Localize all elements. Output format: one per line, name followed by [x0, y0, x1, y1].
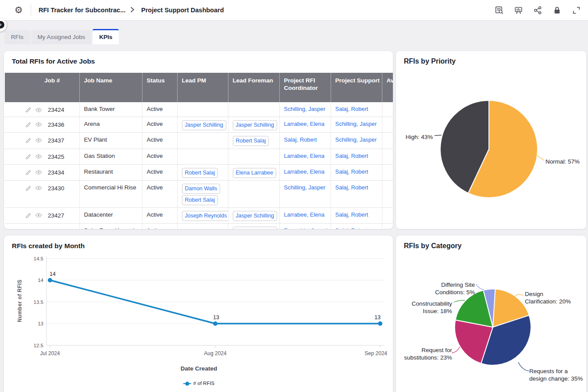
edit-icon[interactable]: [25, 107, 32, 113]
settings-gear-icon[interactable]: ⚙: [14, 5, 23, 15]
pie-label-differing-site: Differing Site Conditions: 5%: [424, 281, 475, 296]
extra-cell: [382, 117, 393, 132]
tab-kpis[interactable]: KPIs: [93, 29, 119, 44]
lock-icon[interactable]: [552, 6, 562, 15]
view-icon[interactable]: [35, 169, 42, 175]
job-name: EV Plant: [79, 132, 142, 149]
tab-bar: RFIs My Assigned Jobs KPIs: [4, 29, 120, 44]
person-chip[interactable]: Joseph Reynolds: [182, 211, 228, 221]
job-status: Active: [142, 164, 177, 180]
presentation-icon[interactable]: [514, 6, 523, 15]
person-link[interactable]: Schilling, Jasper: [284, 184, 326, 191]
support-cell: Salaj, Robert: [331, 102, 382, 117]
view-icon[interactable]: [35, 228, 42, 229]
job-number: 23430: [42, 185, 75, 192]
edit-icon[interactable]: [25, 185, 32, 192]
pie-label-design-clarification: Design Clarification: 20%: [525, 290, 577, 305]
share-icon[interactable]: [533, 6, 542, 15]
lead-pm-cell: [177, 149, 228, 164]
view-icon[interactable]: [35, 185, 42, 191]
table-row: 23434RestaurantActiveRobert SalajElena L…: [5, 164, 393, 180]
support-cell: Salaj, Robert: [331, 223, 382, 229]
person-chip[interactable]: Jasper Schilling: [182, 120, 227, 130]
support-cell: Salaj, Robert: [331, 149, 382, 164]
breadcrumb-app[interactable]: RFI Tracker for Subcontrac...: [39, 7, 125, 14]
person-link[interactable]: Larrabee, Elena: [284, 168, 325, 175]
coordinator-cell: Larrabee, Elena: [279, 117, 331, 132]
report-search-icon[interactable]: [495, 6, 504, 15]
person-link[interactable]: Salaj, Robert: [335, 184, 368, 191]
edit-icon[interactable]: [25, 121, 32, 128]
person-link[interactable]: Schilling, Jasper: [335, 121, 377, 127]
person-chip[interactable]: Jasper Schilling: [233, 211, 278, 221]
edit-icon[interactable]: [25, 137, 32, 144]
person-link[interactable]: Larrabee, Elena: [284, 121, 325, 127]
extra-cell: [382, 164, 393, 180]
edit-icon[interactable]: [25, 153, 32, 160]
person-link[interactable]: Larrabee, Elena: [284, 211, 325, 218]
divider: [31, 4, 31, 16]
column-header[interactable]: Job #: [5, 73, 79, 102]
coordinator-cell: Schilling, Jasper: [279, 180, 331, 207]
svg-text:13: 13: [374, 314, 381, 321]
lead-foreman-cell: [228, 180, 279, 207]
person-link[interactable]: Salaj, Robert: [335, 168, 368, 175]
view-icon[interactable]: [35, 107, 42, 113]
column-header[interactable]: Lead PM: [177, 73, 228, 102]
job-status: Active: [142, 132, 177, 149]
support-cell: Salaj, Robert: [331, 180, 382, 207]
job-number: 23437: [42, 137, 75, 144]
view-icon[interactable]: [35, 137, 42, 143]
support-cell: Schilling, Jasper: [331, 132, 382, 149]
y-axis-label: Number of RFIS: [17, 266, 23, 336]
legend-marker-icon: [183, 381, 191, 386]
person-chip[interactable]: Jasper Schilling: [233, 120, 278, 130]
lead-pm-cell: [177, 132, 228, 149]
coordinator-cell: Larrabee, Elena: [279, 207, 331, 223]
rfis-line-chart: 12.51313.51414.5Jul 2024Aug 2024Sep 2024…: [4, 235, 393, 363]
column-header[interactable]: Status: [142, 73, 177, 102]
person-link[interactable]: Salaj, Robert: [284, 136, 317, 143]
person-chip[interactable]: Robert Salaj: [182, 168, 218, 178]
tab-rfis[interactable]: RFIs: [4, 30, 30, 44]
view-icon[interactable]: [35, 153, 42, 160]
expand-icon[interactable]: [572, 6, 581, 15]
svg-text:12.5: 12.5: [34, 343, 43, 348]
person-link[interactable]: Schilling, Jasper: [284, 106, 326, 112]
person-link[interactable]: Salaj, Robert: [335, 227, 368, 229]
person-link[interactable]: Larrabee, Elena: [284, 153, 325, 159]
tab-my-assigned-jobs[interactable]: My Assigned Jobs: [31, 30, 92, 44]
column-header[interactable]: Project RFI Coordinator: [279, 73, 331, 102]
chart-legend: # of RFIS: [4, 381, 393, 386]
pie-label-substitutions: Request for substitutions: 23%: [399, 346, 452, 361]
view-icon[interactable]: [35, 212, 42, 218]
person-link[interactable]: Salaj, Robert: [335, 211, 368, 218]
extra-cell: [382, 207, 393, 223]
column-header[interactable]: Av: [382, 73, 393, 102]
column-header[interactable]: Lead Foreman: [228, 73, 279, 102]
jobs-table-wrap: Job #Job NameStatusLead PMLead ForemanPr…: [5, 73, 393, 229]
person-link[interactable]: Salaj, Robert: [335, 153, 368, 159]
column-header[interactable]: Project Support: [331, 73, 382, 102]
edit-icon[interactable]: [25, 228, 32, 229]
column-header[interactable]: Job Name: [79, 73, 142, 102]
person-chip[interactable]: Robert Salaj: [182, 195, 218, 205]
lead-foreman-cell: Jasper Schilling: [228, 117, 279, 132]
job-name: Restaurant: [79, 164, 142, 180]
person-chip[interactable]: Elena Larrabee: [233, 168, 276, 178]
person-link[interactable]: Salaj, Robert: [335, 106, 368, 112]
edit-icon[interactable]: [25, 212, 32, 219]
person-chip[interactable]: Jasper Schilling: [233, 227, 278, 229]
job-number: 23429: [42, 228, 75, 229]
edit-icon[interactable]: [25, 169, 32, 176]
view-icon[interactable]: [35, 121, 42, 128]
coordinator-cell: Reynolds, Joseph: [279, 223, 331, 229]
person-link[interactable]: Schilling, Jasper: [335, 136, 377, 143]
person-link[interactable]: Reynolds, Joseph: [284, 227, 329, 229]
coordinator-cell: Larrabee, Elena: [279, 149, 331, 164]
support-cell: Salaj, Robert: [331, 164, 382, 180]
pie-leader-line: [452, 347, 460, 353]
pie-leader-line: [537, 156, 544, 160]
person-chip[interactable]: Damon Walls: [182, 184, 221, 194]
person-chip[interactable]: Robert Salaj: [233, 136, 269, 146]
